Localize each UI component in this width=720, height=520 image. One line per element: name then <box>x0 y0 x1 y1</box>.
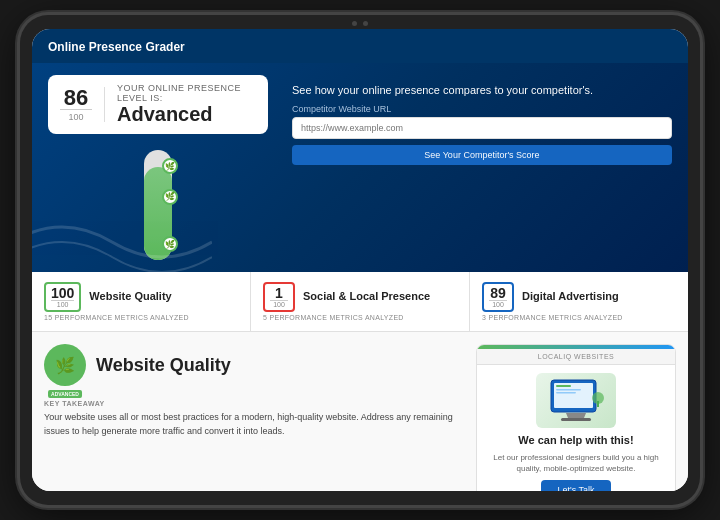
key-takeaway-text: Your website uses all or most best pract… <box>44 411 464 438</box>
screen: Online Presence Grader 86 100 YOUR ONLIN… <box>32 29 688 491</box>
svg-rect-3 <box>556 389 581 391</box>
metric-digital-advertising: 89 100 Digital Advertising 3 PERFORMANCE… <box>470 272 688 331</box>
metric-score-box-1: 1 100 <box>263 282 295 312</box>
metric-score-num-1: 1 <box>270 286 288 300</box>
level-value: Advanced <box>117 103 256 126</box>
svg-marker-5 <box>566 413 586 418</box>
metric-analyzed-1: 5 PERFORMANCE METRICS ANALYZED <box>263 314 457 321</box>
score-label-area: YOUR ONLINE PRESENCE LEVEL IS: Advanced <box>117 83 256 126</box>
metric-score-row-1: 1 100 Social & Local Presence <box>263 282 457 312</box>
metric-score-denom-1: 100 <box>270 300 288 308</box>
metric-score-row-2: 89 100 Digital Advertising <box>482 282 676 312</box>
camera-dot-left <box>352 21 357 26</box>
ad-content: We can help with this! Let our professio… <box>477 365 675 491</box>
app-title: Online Presence Grader <box>48 40 185 54</box>
camera-dot-right <box>363 21 368 26</box>
score-card: 86 100 YOUR ONLINE PRESENCE LEVEL IS: Ad… <box>48 75 268 134</box>
metric-score-denom-2: 100 <box>489 300 507 308</box>
level-label: YOUR ONLINE PRESENCE LEVEL IS: <box>117 83 256 103</box>
tablet-frame: Online Presence Grader 86 100 YOUR ONLIN… <box>20 15 700 505</box>
score-number: 86 <box>60 87 92 109</box>
hero-section: 86 100 YOUR ONLINE PRESENCE LEVEL IS: Ad… <box>32 63 688 272</box>
metric-name-1: Social & Local Presence <box>303 290 430 303</box>
key-takeaway-label: KEY TAKEAWAY <box>44 400 464 407</box>
svg-rect-6 <box>561 418 591 421</box>
ad-card: LOCALIQ WEBSITES <box>476 344 676 491</box>
metric-name-2: Digital Advertising <box>522 290 619 303</box>
quality-badge: 🌿 ADVANCED <box>44 344 86 386</box>
quality-header: 🌿 ADVANCED Website Quality <box>44 344 464 386</box>
metric-score-num-0: 100 <box>51 286 74 300</box>
metric-analyzed-2: 3 PERFORMANCE METRICS ANALYZED <box>482 314 676 321</box>
metric-score-row-0: 100 100 Website Quality <box>44 282 238 312</box>
tablet-camera <box>352 21 368 26</box>
ad-provider: LOCALIQ WEBSITES <box>477 349 675 365</box>
competitor-score-button[interactable]: See Your Competitor's Score <box>292 145 672 165</box>
metric-score-box-2: 89 100 <box>482 282 514 312</box>
badge-label: ADVANCED <box>48 390 82 398</box>
svg-rect-8 <box>597 401 599 407</box>
gauge-dot-top: 🌿 <box>162 158 178 174</box>
metric-score-num-2: 89 <box>489 286 507 300</box>
wave-decoration <box>32 202 212 272</box>
ad-title: We can help with this! <box>518 434 633 446</box>
metrics-row: 100 100 Website Quality 15 PERFORMANCE M… <box>32 272 688 332</box>
metric-website-quality: 100 100 Website Quality 15 PERFORMANCE M… <box>32 272 251 331</box>
ad-desc: Let our professional designers build you… <box>485 452 667 474</box>
competitor-url-input[interactable] <box>292 117 672 139</box>
metric-score-denom-0: 100 <box>51 300 74 308</box>
ad-image <box>536 373 616 428</box>
svg-rect-2 <box>556 385 571 387</box>
competitor-url-label: Competitor Website URL <box>292 104 672 114</box>
metric-name-0: Website Quality <box>89 290 171 303</box>
metric-score-box-0: 100 100 <box>44 282 81 312</box>
bottom-section: 🌿 ADVANCED Website Quality KEY TAKEAWAY … <box>32 332 688 491</box>
ad-cta-button[interactable]: Let's Talk <box>541 480 610 491</box>
metric-social-local: 1 100 Social & Local Presence 5 PERFORMA… <box>251 272 470 331</box>
svg-rect-4 <box>556 392 576 394</box>
quality-title: Website Quality <box>96 355 231 376</box>
ad-illustration <box>546 378 606 423</box>
hero-right: See how your online presence compares to… <box>284 75 672 260</box>
quality-left: 🌿 ADVANCED Website Quality KEY TAKEAWAY … <box>44 344 464 491</box>
metric-analyzed-0: 15 PERFORMANCE METRICS ANALYZED <box>44 314 238 321</box>
score-box: 86 100 <box>60 87 105 122</box>
competitor-title: See how your online presence compares to… <box>292 83 672 98</box>
score-denom: 100 <box>60 109 92 122</box>
app-header: Online Presence Grader <box>32 29 688 63</box>
